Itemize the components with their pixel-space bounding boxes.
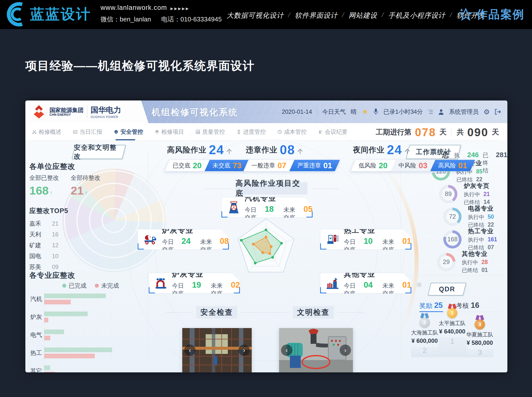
bar-group: 其它: [30, 364, 120, 372]
team-amount: ¥ 580,000: [467, 339, 493, 346]
settings-gear-icon[interactable]: ⚙: [483, 108, 490, 116]
safety-civil-badge: 安全和文明整改: [72, 145, 126, 159]
tab-progress-control[interactable]: 进度管控: [237, 123, 266, 140]
menu-item-software-ui[interactable]: 软件界面设计: [295, 11, 338, 20]
microphone-icon[interactable]: [373, 108, 379, 115]
carousel-next-button[interactable]: ›: [238, 345, 250, 356]
donut-chart: 168: [443, 230, 462, 248]
briefing-radar-chart: [229, 214, 303, 286]
wechat-id: ben_lanlan: [120, 16, 151, 23]
card-other[interactable]: 其他专业 今日交底04 未来交底01: [320, 273, 412, 294]
qdr-podium: 2 大海施工队 ¥ 600,000 2 1 太平施工队 ¥ 640,000 1 …: [411, 316, 494, 357]
donut-chart: 72: [443, 208, 462, 226]
duration-current-days: 078: [415, 126, 436, 139]
menu-item-bigdata[interactable]: 大数据可视化设计: [227, 11, 284, 20]
legend-done: 已完成: [69, 282, 86, 290]
weather-value: 晴: [351, 108, 357, 116]
record-list-icon[interactable]: [428, 109, 433, 114]
hourglass-icon: [237, 130, 241, 134]
up-arrow-icon: ↑: [50, 190, 52, 196]
chn-energy-logo-icon: [32, 105, 46, 119]
gold-medal-icon: 1: [447, 308, 457, 318]
site-logo-text: 蓝蓝设计: [30, 5, 91, 24]
mixer-truck-icon: [144, 233, 157, 246]
org2-name-en: GUOHUA POWER: [91, 115, 121, 119]
site-contact: www.lanlanwork.com▶▶▶▶▶ 微信：ben_lanlan 电话…: [100, 4, 222, 24]
wechat-label: 微信：: [100, 16, 120, 23]
ribbon: 一般违章07 严重违章01: [243, 160, 340, 171]
project-duration: 工期进行第 078 天 共 090 天: [376, 126, 499, 139]
green-dot-icon: [62, 284, 66, 288]
done-value: 168: [29, 184, 49, 197]
divider: [317, 109, 317, 115]
tab-overview[interactable]: 检修概述: [32, 123, 61, 140]
ticket-row-electric: 72 电器专业 执行中50 已终结22: [443, 204, 494, 229]
pink-dot-icon: [95, 284, 99, 288]
rectify-kpis: 全部已整改 168 ↑ 全部待整改 21 ↑: [29, 174, 100, 197]
donut-chart: 29: [437, 253, 455, 271]
tab-maintenance-projects[interactable]: 检修项目: [155, 123, 184, 140]
site-logo[interactable]: 蓝蓝设计: [6, 2, 91, 27]
card-ash-truck[interactable]: 炉灰专业 今日交底24 未来交底08: [137, 229, 229, 250]
team-name: 太平施工队: [439, 320, 466, 327]
header-toolbar: 2020-01-14 今日天气 晴 ☀ 已录1小时34分 系统管理员 ⚙: [282, 100, 501, 123]
duration-total-label: 共: [457, 127, 464, 137]
cases-label: 作品案例: [476, 7, 525, 22]
tab-daily-report[interactable]: 当日汇报: [73, 123, 102, 140]
duration-prefix: 工期进行第: [376, 127, 412, 137]
valve-faucet-icon: [155, 276, 167, 290]
current-date: 2020-01-14: [282, 108, 312, 115]
card-turbine[interactable]: 汽机专业 今日交底18 未来交底05: [221, 197, 313, 218]
stat-violations: 违章作业08个 一般违章07 严重违章01: [246, 144, 338, 171]
team-amount: ¥ 600,000: [412, 337, 438, 344]
ribbon: 已交底20 未交底73: [164, 160, 250, 171]
section-units-rectify: 各单位应整改: [29, 162, 75, 172]
logout-icon[interactable]: [495, 109, 501, 115]
section-major-rectify: 各专业应整改: [29, 270, 75, 281]
briefing-title-bar: 高风险作业项目交底: [235, 182, 307, 195]
up-arrow-icon: ↑: [85, 190, 87, 196]
card-ash-valve[interactable]: 炉灰专业 今日交底19 未来交底02: [149, 273, 240, 294]
lanlan-logo-icon: [6, 2, 28, 27]
safety-check-title: 安全检查: [196, 306, 237, 318]
tab-quality-control[interactable]: 质量管控: [196, 123, 225, 140]
safety-check-photo: ‹ ›: [182, 328, 252, 372]
qdr-active-underline: [419, 311, 443, 312]
carousel-next-button[interactable]: ›: [340, 345, 351, 356]
carousel-prev-button[interactable]: ‹: [281, 345, 292, 356]
layers-icon: [155, 130, 159, 134]
top5-title: 应整改TOP5: [29, 206, 68, 215]
dashboard-nav: 检修概述 当日汇报 安全管控 检修项目 质量管控 进度管控: [25, 123, 507, 140]
stat-high-risk-jobs: 高风险作业24个 已交底20 未交底73: [167, 144, 247, 171]
civilized-check-title: 文明检查: [293, 306, 334, 318]
list-item: 国电10: [29, 251, 59, 262]
menu-item-mobile[interactable]: 手机及小程序设计: [388, 11, 445, 20]
ribbon: 低风险20 中风险03 高风险01: [350, 160, 475, 171]
user-name[interactable]: 系统管理员: [449, 108, 479, 116]
list-item: 嘉禾21: [29, 218, 59, 229]
dashboard-body: 安全和文明整改 各单位应整改 全部已整改 168 ↑ 全部待整改 21 ↑ 应整…: [25, 140, 507, 372]
podium-step-3: 3: [466, 348, 493, 357]
cases-link[interactable]: 作品案例: [459, 7, 525, 22]
right-divider: [406, 275, 504, 276]
legend-undone: 未完成: [101, 282, 119, 290]
top5-list: 嘉禾21 天利16 矿建12 国电10 苏美09: [29, 218, 59, 272]
tab-safety-control[interactable]: 安全管控: [114, 123, 143, 140]
org1-name: 国家能源集团: [50, 107, 83, 113]
site-url[interactable]: www.lanlanwork.com: [100, 4, 167, 11]
podium-step-1: 1: [438, 337, 466, 357]
list-item: 天利16: [29, 229, 59, 240]
dashboard-screenshot: 国家能源集团 CHN ENERGY 国华电力 GUOHUA POWER 机组检修…: [25, 100, 507, 372]
bar-group: 电气: [30, 328, 120, 342]
tab-meeting-minutes[interactable]: 会议纪要: [318, 123, 348, 140]
card-thermal[interactable]: 热工专业 今日交底10 未来交底01: [320, 229, 412, 250]
menu-item-website[interactable]: 网站建设: [349, 11, 377, 20]
star-icon: [459, 7, 473, 22]
carousel-prev-button[interactable]: ‹: [184, 345, 196, 356]
report-image-icon: [73, 130, 77, 134]
tab-cost-control[interactable]: 成本管控: [278, 123, 307, 140]
team-name: 大海施工队: [411, 329, 438, 336]
org-logo-panel: 国家能源集团 CHN ENERGY 国华电力 GUOHUA POWER: [25, 100, 149, 123]
team-name: 华夏施工队: [466, 331, 493, 338]
podium-second: 2 大海施工队 ¥ 600,000 2: [411, 317, 438, 357]
